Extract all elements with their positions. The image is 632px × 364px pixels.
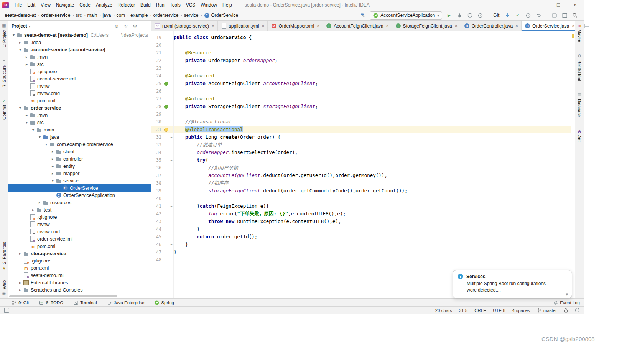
tab-close-icon[interactable]: × [386, 23, 389, 29]
breadcrumb-order-service[interactable]: order-service [40, 13, 71, 18]
code-line-26[interactable]: 26 [151, 87, 575, 95]
code-editor[interactable]: 19public class OrderService {2021 @Resou… [151, 31, 575, 298]
menu-build[interactable]: Build [138, 2, 153, 8]
tab-close-icon[interactable]: × [455, 23, 458, 29]
tree-item-src[interactable]: ▾src [8, 119, 151, 126]
code-line-36[interactable]: 36 //扣用户余额 [151, 164, 575, 172]
locate-file-icon[interactable]: ⊕ [113, 23, 120, 29]
code-line-24[interactable]: 24 @Autowired [151, 72, 575, 80]
warning-stripe-mark[interactable] [572, 34, 574, 38]
breadcrumb-com[interactable]: com [115, 13, 126, 18]
code-line-41[interactable]: 41− }catch(FeignException e){ [151, 202, 575, 210]
tool-window-toggle-icon[interactable] [4, 308, 9, 313]
expand-notification-icon[interactable]: ▾ [566, 292, 568, 297]
code-line-44[interactable]: 44 } [151, 225, 575, 233]
chevron-down-icon[interactable]: ▾ [29, 24, 31, 28]
code-line-23[interactable]: 23 [151, 64, 575, 72]
tree-item-resources[interactable]: ▸resources [8, 199, 151, 206]
services-notification[interactable]: Services Multiple Spring Boot run config… [453, 270, 572, 298]
expand-open-icon[interactable]: ▾ [43, 142, 49, 146]
tool-button-1-project[interactable]: ▦1: Project [2, 23, 7, 47]
search-everywhere-button[interactable] [571, 12, 578, 19]
tab-ordercontroller-java[interactable]: OrderController.java× [461, 21, 522, 31]
tree-item-idea[interactable]: ▸.idea [8, 39, 151, 46]
tree-item-com-example-orderservice[interactable]: ▾com.example.orderservice [8, 141, 151, 148]
code-line-19[interactable]: 19public class OrderService { [151, 34, 575, 41]
coverage-button[interactable] [466, 12, 473, 19]
expand-closed-icon[interactable]: ▸ [24, 62, 30, 66]
profiler-button[interactable] [477, 12, 484, 19]
expand-closed-icon[interactable]: ▸ [50, 164, 56, 168]
code-line-21[interactable]: 21 @Resource [151, 49, 575, 57]
git-update-button[interactable] [504, 12, 511, 19]
tool-tab-java-enterprise[interactable]: Java Enterprise [107, 300, 145, 305]
tree-item-orderservice[interactable]: OrderService [8, 184, 151, 192]
tab-close-icon[interactable]: × [317, 23, 319, 29]
tree-item-scratches-and-consoles[interactable]: ▸Scratches and Consoles [8, 286, 151, 293]
expand-closed-icon[interactable]: ▸ [17, 251, 23, 256]
tree-item-entity[interactable]: ▸entity [8, 162, 151, 170]
tree-item-orderserviceapplication[interactable]: OrderServiceApplication [8, 192, 151, 199]
tree-item-order-service[interactable]: ▾order-service [8, 104, 151, 111]
expand-closed-icon[interactable]: ▸ [17, 40, 23, 44]
breadcrumb-seata-demo-at[interactable]: seata-demo-at [4, 13, 36, 18]
tool-tab-6-todo[interactable]: 6: TODO [39, 300, 63, 305]
tab-close-icon[interactable]: × [572, 23, 574, 29]
expand-closed-icon[interactable]: ▸ [17, 280, 23, 285]
tool-button-ant[interactable]: AAnt [577, 129, 582, 142]
expand-closed-icon[interactable]: ▸ [24, 55, 30, 59]
tab-close-icon[interactable]: × [212, 23, 214, 29]
expand-open-icon[interactable]: ▾ [30, 128, 36, 132]
tree-item-mvn[interactable]: ▸.mvn [8, 111, 151, 119]
code-line-43[interactable]: 43 throw new RuntimeException(e.contentU… [151, 218, 575, 225]
tree-item-storage-service[interactable]: ▸storage-service [8, 250, 151, 257]
code-line-22[interactable]: 22 private OrderMapper orderMapper; [151, 57, 575, 64]
build-hammer-icon[interactable] [359, 12, 366, 19]
minimize-button[interactable]: – [533, 0, 550, 10]
expand-closed-icon[interactable]: ▸ [50, 171, 56, 175]
breadcrumb-orderservice[interactable]: OrderService [203, 13, 239, 18]
tree-item-mvnw[interactable]: mvnw [8, 221, 151, 228]
tree-item-mvnw-cmd[interactable]: mvnw.cmd [8, 90, 151, 97]
code-line-33[interactable]: 33 //创建订单 [151, 141, 575, 149]
tree-item-gitignore[interactable]: .gitignore [8, 257, 151, 264]
breadcrumb-main[interactable]: main [86, 13, 98, 18]
code-line-34[interactable]: 34 orderMapper.insertSelective(order); [151, 149, 575, 156]
code-line-28[interactable]: 28 private StorageFeignClient storageFei… [151, 103, 575, 110]
tool-button-database[interactable]: ▤Database [577, 92, 582, 117]
menu-tools[interactable]: Tools [167, 2, 183, 8]
expand-closed-icon[interactable]: ▸ [50, 149, 56, 154]
line-separator[interactable]: CRLF [474, 308, 486, 313]
code-line-39[interactable]: 39 storageFeignClient.deduct(order.getCo… [151, 187, 575, 195]
tool-button-maven[interactable]: mMaven [577, 23, 582, 42]
gear-icon[interactable]: ⚙ [131, 23, 139, 29]
expand-closed-icon[interactable]: ▸ [37, 200, 43, 205]
expand-closed-icon[interactable]: ▸ [24, 113, 30, 117]
background-process-icon[interactable] [575, 308, 580, 313]
git-rollback-button[interactable] [535, 12, 542, 19]
tool-button-commit[interactable]: ✓Commit [2, 98, 7, 120]
tree-item-src[interactable]: ▸src [8, 61, 151, 68]
expand-open-icon[interactable]: ▾ [37, 135, 43, 139]
code-line-31[interactable]: 31 @GlobalTransactional [151, 126, 575, 133]
tree-item-mapper[interactable]: ▸mapper [8, 170, 151, 177]
menu-run[interactable]: Run [153, 2, 167, 8]
close-button[interactable]: × [567, 0, 584, 10]
collapse-all-icon[interactable]: ↻ [122, 23, 130, 29]
tool-tab-event-log[interactable]: Event Log [553, 300, 580, 305]
code-line-35[interactable]: 35− try{ [151, 156, 575, 164]
tree-item-accout-service-iml[interactable]: accout-service.iml [8, 75, 151, 82]
breadcrumb-example[interactable]: example [130, 13, 148, 18]
code-line-37[interactable]: 37 accountFeignClient.deduct(order.getUs… [151, 172, 575, 179]
git-history-button[interactable] [525, 12, 532, 19]
project-structure-button[interactable] [551, 12, 558, 19]
tab-n-xml-storage-service[interactable]: n.xml (storage-service)× [151, 21, 218, 31]
menu-code[interactable]: Code [77, 2, 93, 8]
menu-navigate[interactable]: Navigate [53, 2, 77, 8]
tab-application-yml[interactable]: application.yml× [218, 21, 268, 31]
breadcrumb-java[interactable]: java [102, 13, 112, 18]
git-commit-button[interactable]: ✓ [514, 12, 521, 19]
code-line-47[interactable]: 47} [151, 248, 575, 256]
menu-window[interactable]: Window [198, 2, 220, 8]
code-line-42[interactable]: 42 log.error("下单失败，原因: {}",e.contentUTF8… [151, 210, 575, 218]
